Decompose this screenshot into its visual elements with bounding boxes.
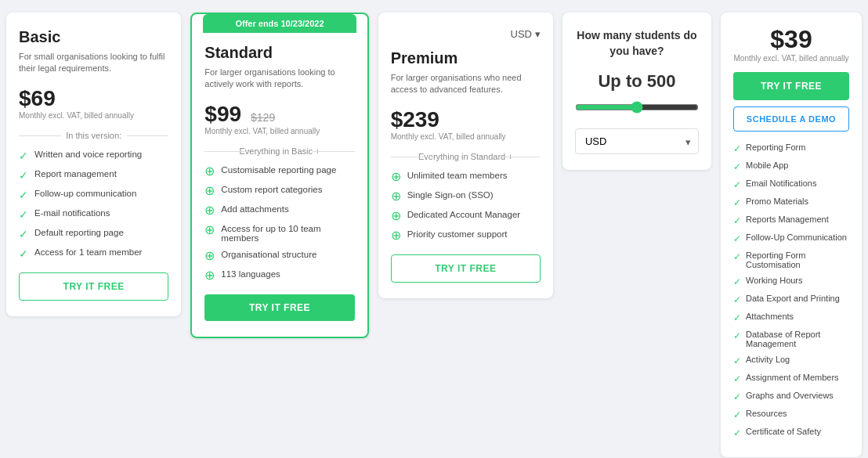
- list-item: ✓ Activity Log: [733, 355, 849, 366]
- list-item: ✓ Default reporting page: [19, 228, 168, 240]
- feature-text: 113 languages: [221, 269, 280, 279]
- feature-text: Dedicated Account Manager: [407, 210, 520, 219]
- plus-icon: ⊕: [204, 224, 215, 236]
- plus-icon: ⊕: [204, 185, 215, 197]
- check-icon: ✓: [733, 373, 741, 384]
- plus-icon: ⊕: [391, 171, 401, 183]
- check-icon: ✓: [733, 330, 741, 341]
- plus-icon: ⊕: [204, 250, 215, 262]
- list-item: ⊕ Priority customer support: [391, 229, 541, 242]
- check-icon: ✓: [19, 247, 28, 260]
- students-count: Up to 500: [575, 71, 699, 92]
- list-item: ✓ Follow-up communication: [19, 189, 168, 201]
- feature-text: Data Export and Printing: [746, 294, 840, 303]
- premium-plan-name: Premium: [391, 49, 541, 67]
- check-icon: ✓: [19, 150, 28, 162]
- standard-plan-card: Offer ends 10/23/2022 Standard For large…: [190, 13, 368, 338]
- standard-try-button[interactable]: TRY IT FREE: [204, 294, 354, 321]
- feature-text: Custom report categories: [221, 185, 322, 194]
- feature-text: Email Notifications: [746, 179, 816, 188]
- check-icon: ✓: [733, 179, 741, 190]
- basic-plan-price: $69: [19, 86, 56, 111]
- check-icon: ✓: [733, 409, 741, 420]
- premium-try-button[interactable]: TRY IT FREE: [391, 254, 541, 283]
- list-item: ⊕ Single Sign-on (SSO): [391, 190, 541, 203]
- plus-icon: ⊕: [204, 165, 215, 178]
- list-item: ⊕ Unlimited team members: [391, 171, 541, 183]
- check-icon: ✓: [19, 169, 28, 182]
- standard-plan-price: $99: [204, 102, 241, 127]
- list-item: ✓ Database of Report Management: [733, 330, 849, 348]
- basic-try-button[interactable]: TRY IT FREE: [19, 272, 168, 301]
- list-item: ✓ Promo Materials: [733, 197, 849, 208]
- currency-select-wrapper: USD EUR GBP ▾: [575, 128, 699, 154]
- feature-text: Add attachments: [221, 204, 288, 214]
- currency-select[interactable]: USD EUR GBP: [575, 128, 699, 154]
- check-icon: ✓: [733, 427, 741, 438]
- check-icon: ✓: [19, 228, 28, 240]
- list-item: ✓ Email Notifications: [733, 179, 849, 190]
- right-billing: Monthly excl. VAT, billed annually: [733, 54, 849, 63]
- basic-section-label: In this version:: [19, 131, 168, 140]
- list-item: ⊕ 113 languages: [204, 269, 354, 282]
- basic-plan-name: Basic: [19, 28, 168, 46]
- premium-plan-price: $239: [391, 107, 439, 132]
- standard-feature-list: ⊕ Customisable reporting page ⊕ Custom r…: [204, 165, 354, 282]
- right-features-list: ✓ Reporting Form ✓ Mobile App ✓ Email No…: [733, 142, 849, 438]
- pricing-container: Basic For small organisations looking to…: [6, 13, 862, 457]
- check-icon: ✓: [19, 208, 28, 221]
- premium-plan-desc: For larger organisations who need access…: [391, 72, 541, 96]
- check-icon: ✓: [733, 276, 741, 287]
- feature-text: Report management: [34, 169, 117, 179]
- premium-feature-list: ⊕ Unlimited team members ⊕ Single Sign-o…: [391, 171, 541, 242]
- right-panel: $39 Monthly excl. VAT, billed annually T…: [721, 13, 862, 457]
- check-icon: ✓: [733, 233, 741, 244]
- list-item: ✓ Resources: [733, 409, 849, 420]
- list-item: ✓ Assignment of Members: [733, 373, 849, 384]
- students-slider[interactable]: [575, 101, 699, 114]
- list-item: ✓ Mobile App: [733, 160, 849, 172]
- list-item: ✓ Access for 1 team member: [19, 247, 168, 260]
- basic-plan-card: Basic For small organisations looking to…: [6, 13, 181, 316]
- feature-text: Database of Report Management: [746, 330, 849, 348]
- basic-feature-list: ✓ Written and voice reporting ✓ Report m…: [19, 150, 168, 260]
- feature-text: Organisational structure: [221, 250, 316, 259]
- check-icon: ✓: [733, 312, 741, 323]
- usd-header: USD ▾: [511, 28, 541, 40]
- list-item: ✓ Follow-Up Communication: [733, 233, 849, 244]
- list-item: ✓ Working Hours: [733, 276, 849, 287]
- plus-icon: ⊕: [391, 229, 401, 242]
- feature-text: Single Sign-on (SSO): [407, 190, 494, 200]
- feature-text: Resources: [746, 409, 787, 418]
- right-try-free-button[interactable]: TRY IT FREE: [733, 72, 849, 100]
- slider-container: [575, 101, 699, 116]
- check-icon: ✓: [733, 215, 741, 226]
- list-item: ⊕ Dedicated Account Manager: [391, 210, 541, 222]
- list-item: ✓ Reporting Form Customisation: [733, 251, 849, 269]
- feature-text: Activity Log: [746, 355, 790, 364]
- feature-text: Follow-up communication: [34, 189, 136, 198]
- basic-plan-billing: Monthly excl. VAT, billed annually: [19, 111, 168, 120]
- feature-text: E-mail notifications: [34, 208, 110, 218]
- chevron-down-icon: ▾: [535, 28, 541, 40]
- list-item: ✓ Attachments: [733, 312, 849, 323]
- feature-text: Reporting Form Customisation: [746, 251, 849, 269]
- list-item: ⊕ Access for up to 10 team members: [204, 224, 354, 243]
- list-item: ⊕ Custom report categories: [204, 185, 354, 197]
- feature-text: Assignment of Members: [746, 373, 839, 382]
- check-icon: ✓: [19, 189, 28, 201]
- list-item: ⊕ Add attachments: [204, 204, 354, 217]
- check-icon: ✓: [733, 391, 741, 402]
- standard-section-label: Everything in Basic +: [204, 146, 354, 156]
- feature-text: Working Hours: [746, 276, 803, 285]
- check-icon: ✓: [733, 143, 741, 154]
- plus-icon: ⊕: [204, 204, 215, 217]
- usd-label: USD: [511, 28, 532, 40]
- schedule-demo-button[interactable]: SCHEDULE A DEMO: [733, 106, 849, 132]
- check-icon: ✓: [733, 294, 741, 305]
- feature-text: Written and voice reporting: [34, 150, 142, 159]
- list-item: ✓ Data Export and Printing: [733, 294, 849, 305]
- list-item: ✓ Graphs and Overviews: [733, 391, 849, 402]
- standard-plan-price-old: $129: [251, 111, 275, 124]
- list-item: ✓ Certificate of Safety: [733, 427, 849, 438]
